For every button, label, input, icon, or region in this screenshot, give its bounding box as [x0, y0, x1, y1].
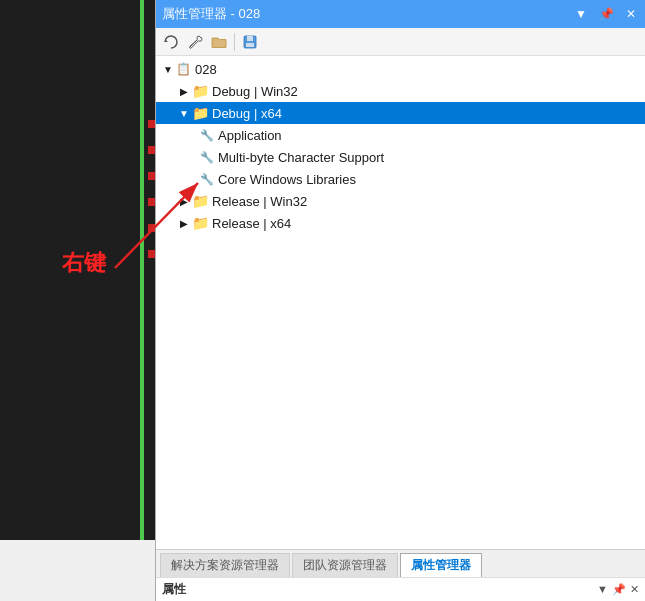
toolbar-wrench-btn[interactable] [184, 31, 206, 53]
tree-area: ▼ 📋 028 ▶ 📁 Debug | Win32 ▼ 📁 Debug | x6… [156, 56, 645, 549]
tree-item-debug-x64[interactable]: ▼ 📁 Debug | x64 [156, 102, 645, 124]
tab-solution[interactable]: 解决方案资源管理器 [160, 553, 290, 577]
toolbar-save-btn[interactable] [239, 31, 261, 53]
green-indicator-line [140, 0, 144, 540]
folder-icon-release-x64: 📁 [192, 215, 209, 231]
tree-item-corewin[interactable]: 🔧 Core Windows Libraries [156, 168, 645, 190]
folder-icon-release-win32: 📁 [192, 193, 209, 209]
tree-item-application[interactable]: 🔧 Application [156, 124, 645, 146]
dropdown-btn[interactable]: ▼ [572, 6, 590, 22]
properties-controls: ▼ 📌 ✕ [597, 583, 639, 596]
toggle-debug-x64: ▼ [176, 108, 192, 119]
label-corewin: Core Windows Libraries [218, 172, 356, 187]
wrench-icon-corewin: 🔧 [200, 173, 214, 186]
toggle-release-x64: ▶ [176, 218, 192, 229]
tab-properties[interactable]: 属性管理器 [400, 553, 482, 577]
tree-item-multibyte[interactable]: 🔧 Multi-byte Character Support [156, 146, 645, 168]
toolbar-separator [234, 33, 235, 51]
tabs-row: 解决方案资源管理器 团队资源管理器 属性管理器 [156, 550, 645, 577]
toggle-release-win32: ▶ [176, 196, 192, 207]
title-text: 属性管理器 - 028 [162, 5, 260, 23]
wrench-icon-application: 🔧 [200, 129, 214, 142]
title-bar-controls: ▼ 📌 ✕ [572, 6, 639, 22]
properties-label: 属性 [162, 581, 186, 598]
toolbar [156, 28, 645, 56]
label-multibyte: Multi-byte Character Support [218, 150, 384, 165]
label-release-win32: Release | Win32 [212, 194, 307, 209]
folder-icon-debug-x64: 📁 [192, 105, 209, 121]
label-debug-win32: Debug | Win32 [212, 84, 298, 99]
wrench-icon-multibyte: 🔧 [200, 151, 214, 164]
svg-rect-2 [247, 36, 253, 41]
right-click-label: 右键 [62, 248, 106, 278]
label-release-x64: Release | x64 [212, 216, 291, 231]
prop-pin-btn[interactable]: 📌 [612, 583, 626, 596]
svg-marker-0 [165, 39, 168, 42]
toolbar-folder-btn[interactable] [208, 31, 230, 53]
svg-rect-3 [246, 43, 254, 47]
prop-dropdown-btn[interactable]: ▼ [597, 583, 608, 596]
folder-icon-debug-win32: 📁 [192, 83, 209, 99]
title-bar-left: 属性管理器 - 028 [162, 5, 260, 23]
toggle-debug-win32: ▶ [176, 86, 192, 97]
pin-btn[interactable]: 📌 [596, 6, 617, 22]
root-label: 028 [195, 62, 217, 77]
prop-close-btn[interactable]: ✕ [630, 583, 639, 596]
root-toggle: ▼ [160, 64, 176, 75]
tree-item-debug-win32[interactable]: ▶ 📁 Debug | Win32 [156, 80, 645, 102]
toolbar-refresh-btn[interactable] [160, 31, 182, 53]
tree-item-release-win32[interactable]: ▶ 📁 Release | Win32 [156, 190, 645, 212]
root-icon: 📋 [176, 62, 191, 76]
tree-item-release-x64[interactable]: ▶ 📁 Release | x64 [156, 212, 645, 234]
label-debug-x64: Debug | x64 [212, 106, 282, 121]
tree-root-028[interactable]: ▼ 📋 028 [156, 58, 645, 80]
label-application: Application [218, 128, 282, 143]
tab-team[interactable]: 团队资源管理器 [292, 553, 398, 577]
bottom-tabs-area: 解决方案资源管理器 团队资源管理器 属性管理器 属性 ▼ 📌 ✕ [156, 549, 645, 601]
close-btn[interactable]: ✕ [623, 6, 639, 22]
properties-bottom-bar: 属性 ▼ 📌 ✕ [156, 577, 645, 601]
title-bar: 属性管理器 - 028 ▼ 📌 ✕ [156, 0, 645, 28]
properties-panel: 属性管理器 - 028 ▼ 📌 ✕ [155, 0, 645, 601]
